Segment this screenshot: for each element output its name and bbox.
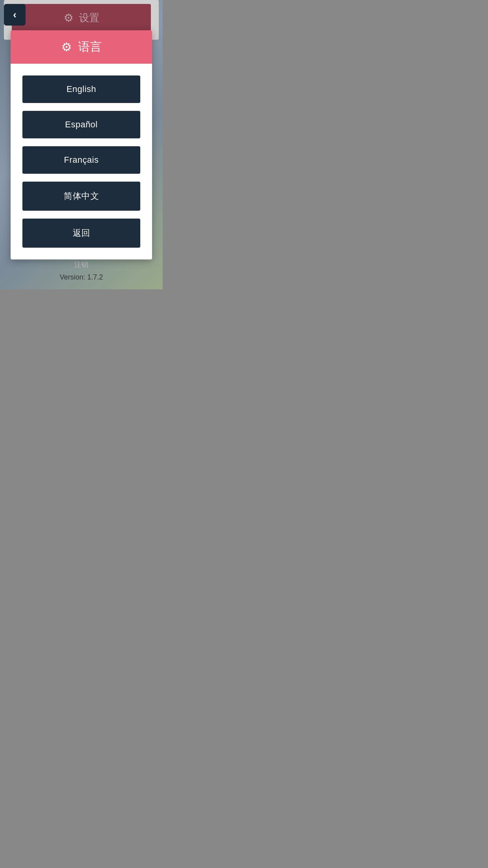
language-modal: ⚙ 语言 English Español Français 简体中文 返回 xyxy=(11,30,152,259)
modal-body: English Español Français 简体中文 返回 xyxy=(11,64,152,248)
language-chinese-button[interactable]: 简体中文 xyxy=(22,182,140,211)
modal-overlay: ⚙ 语言 English Español Français 简体中文 返回 xyxy=(0,0,163,289)
language-francais-button[interactable]: Français xyxy=(22,146,140,174)
language-espanol-button[interactable]: Español xyxy=(22,111,140,138)
language-back-button[interactable]: 返回 xyxy=(22,219,140,248)
modal-gear-icon: ⚙ xyxy=(61,40,72,54)
language-english-button[interactable]: English xyxy=(22,75,140,103)
modal-header: ⚙ 语言 xyxy=(11,30,152,64)
modal-title: 语言 xyxy=(78,39,102,55)
